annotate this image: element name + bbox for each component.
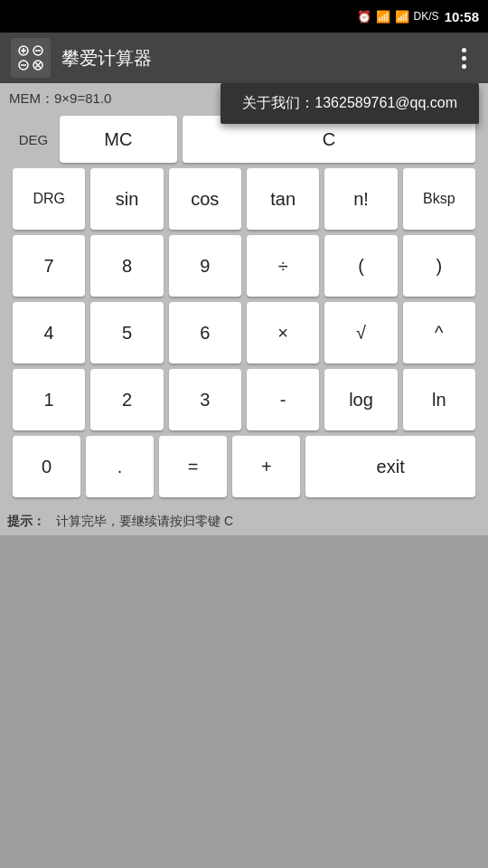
drg-button[interactable]: DRG — [13, 168, 85, 230]
nfact-button[interactable]: n! — [324, 168, 397, 230]
calculator-area: MEM：9×9=81.0 DEG MC C DRG sin cos tan n!… — [0, 83, 488, 508]
multiply-button[interactable]: × — [247, 302, 319, 363]
hint-area: 提示： 计算完毕，要继续请按归零键 C — [0, 508, 488, 535]
status-bar: ⏰ 📶 📶 DK/S 10:58 — [0, 0, 488, 33]
row-456: 4 5 6 × √ ^ — [13, 302, 475, 363]
mc-button[interactable]: MC — [60, 116, 177, 163]
status-icons: ⏰ 📶 📶 DK/S — [357, 10, 439, 24]
power-button[interactable]: ^ — [403, 302, 475, 363]
zero-button[interactable]: 0 — [13, 436, 80, 497]
ln-button[interactable]: ln — [403, 369, 475, 430]
plus-button[interactable]: + — [232, 436, 300, 497]
hint-text: 计算完毕，要继续请按归零键 C — [56, 514, 481, 530]
sin-button[interactable]: sin — [90, 168, 163, 230]
signal-icon: 📶 — [395, 10, 409, 24]
three-button[interactable]: 3 — [169, 369, 241, 430]
app-title: 攀爱计算器 — [61, 46, 450, 71]
equals-button[interactable]: = — [159, 436, 227, 497]
nine-button[interactable]: 9 — [169, 235, 241, 297]
trig-row: DRG sin cos tan n! Bksp — [13, 168, 475, 230]
dot-button[interactable]: . — [86, 436, 154, 497]
row-123: 1 2 3 - log ln — [13, 369, 475, 430]
eight-button[interactable]: 8 — [90, 235, 163, 297]
sqrt-button[interactable]: √ — [324, 302, 397, 363]
seven-button[interactable]: 7 — [13, 235, 85, 297]
button-grid: DEG MC C DRG sin cos tan n! Bksp 7 8 9 ÷… — [7, 112, 481, 506]
about-text: 关于我们：1362589761@qq.com — [242, 95, 457, 110]
one-button[interactable]: 1 — [13, 369, 85, 430]
deg-label: DEG — [13, 132, 54, 147]
wifi-icon: 📶 — [376, 10, 390, 24]
two-button[interactable]: 2 — [90, 369, 163, 430]
six-button[interactable]: 6 — [169, 302, 241, 363]
divide-button[interactable]: ÷ — [247, 235, 319, 297]
rparen-button[interactable]: ) — [403, 235, 475, 297]
row-0: 0 . = + exit — [13, 436, 475, 497]
bksp-button[interactable]: Bksp — [403, 168, 475, 230]
five-button[interactable]: 5 — [90, 302, 163, 363]
log-button[interactable]: log — [324, 369, 397, 430]
dropdown-menu: 关于我们：1362589761@qq.com — [221, 83, 479, 124]
app-icon — [11, 38, 51, 78]
bottom-area — [0, 535, 488, 846]
exit-button[interactable]: exit — [305, 436, 475, 497]
four-button[interactable]: 4 — [13, 302, 85, 363]
clock-icon: ⏰ — [357, 10, 371, 24]
menu-button[interactable] — [450, 48, 477, 69]
lparen-button[interactable]: ( — [324, 235, 397, 297]
svg-rect-0 — [14, 42, 47, 74]
hint-label: 提示： — [7, 514, 45, 530]
minus-button[interactable]: - — [247, 369, 319, 430]
title-bar: 攀爱计算器 — [0, 33, 488, 83]
network-label: DK/S — [414, 10, 439, 23]
tan-button[interactable]: tan — [247, 168, 319, 230]
status-time: 10:58 — [445, 9, 479, 24]
cos-button[interactable]: cos — [169, 168, 241, 230]
row-789: 7 8 9 ÷ ( ) — [13, 235, 475, 297]
